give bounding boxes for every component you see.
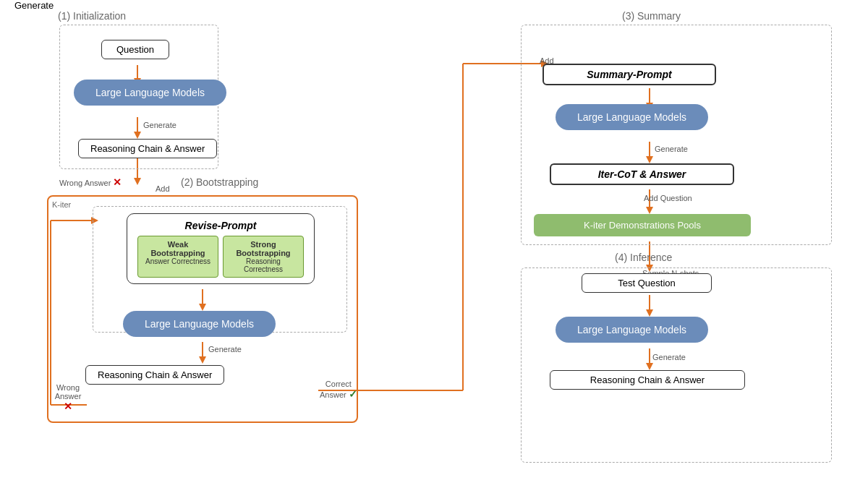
bootstrap-title: (2) Bootstrapping — [181, 176, 258, 188]
wrong-answer1-label: Wrong Answer ✕ — [59, 176, 122, 188]
add-question-label: Add Question — [644, 194, 692, 202]
correct-check-icon: ✓ — [349, 388, 357, 400]
add1-label: Add — [156, 184, 170, 193]
llm1-node: Large Language Models — [74, 80, 226, 106]
generate4-label: Generate — [14, 0, 54, 11]
wrong-x2-icon: ✕ — [64, 401, 72, 412]
llm2-node: Large Language Models — [123, 311, 276, 337]
kiter-label: K-iter — [52, 200, 71, 209]
llm4-node: Large Language Models — [556, 317, 708, 343]
svg-marker-5 — [134, 178, 141, 185]
wrong-x1-icon: ✕ — [113, 176, 122, 188]
rca3-node: Reasoning Chain & Answer — [550, 370, 745, 390]
revise-prompt-node: Revise-Prompt Weak Bootstrapping Answer … — [127, 213, 315, 284]
rca1-node: Reasoning Chain & Answer — [78, 139, 217, 158]
iter-cot-node: Iter-CoT & Answer — [550, 163, 734, 185]
init-title: (1) Initialization — [58, 10, 126, 22]
inference-title: (4) Inference — [615, 252, 672, 263]
summary-box — [521, 25, 832, 245]
correct-answer-label: CorrectAnswer ✓ — [320, 380, 357, 400]
generate3-label: Generate — [655, 145, 688, 153]
summary-prompt-node: Summary-Prompt — [542, 64, 716, 85]
llm3-node: Large Language Models — [556, 104, 708, 130]
kdemo-node: K-iter Demonstrations Pools — [534, 214, 751, 236]
generate4-label2: Generate — [652, 353, 686, 361]
generate1-label: Generate — [143, 121, 176, 129]
wrong-answer2-label: WrongAnswer ✕ — [51, 383, 85, 412]
inference-box — [521, 267, 832, 463]
question-node: Question — [101, 40, 169, 59]
test-question-node: Test Question — [582, 273, 712, 293]
rca2-node: Reasoning Chain & Answer — [85, 365, 224, 385]
summary-title: (3) Summary — [622, 10, 681, 22]
generate2-label: Generate — [208, 345, 242, 354]
diagram: (1) Initialization Question Large Langua… — [14, 0, 854, 474]
